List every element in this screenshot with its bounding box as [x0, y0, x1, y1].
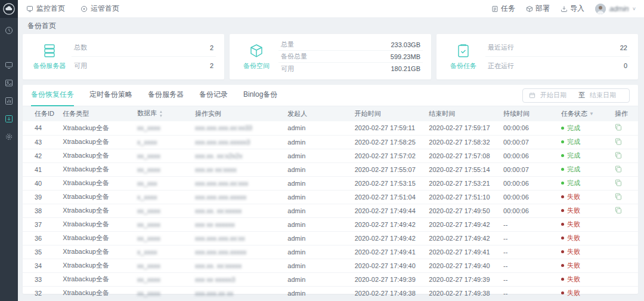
stat-label: 可用 [74, 62, 87, 70]
start-date-input[interactable]: 开始日期 [540, 91, 574, 100]
tab-backup-restore-tasks[interactable]: 备份恢复任务 [31, 85, 74, 106]
col-task-type: 任务类型 [59, 106, 134, 121]
status-badge: 失败 [561, 247, 580, 256]
cell-action [611, 286, 638, 300]
topnav-ops-home[interactable]: 运管首页 [80, 4, 119, 14]
cell-action [611, 259, 638, 272]
stat-label: 可用 [281, 64, 294, 73]
copy-log-icon[interactable] [615, 167, 622, 174]
user-menu[interactable]: admin ˅ [595, 4, 636, 14]
cell-start-time: 2020-02-27 17:57:02 [351, 149, 426, 162]
topbar-deploy-label: 部署 [535, 4, 550, 14]
copy-log-icon[interactable] [615, 125, 622, 132]
task-table-body: 44 Xtrabackup全备 xx_xxxx xxx.xxx.xxx.xx:x… [23, 121, 638, 300]
cell-start-time: 2020-02-27 17:59:11 [351, 121, 426, 135]
cell-action [611, 245, 638, 259]
cell-instance-redacted: xxx xx xxxxxx [191, 217, 284, 231]
col-status: 任务状态▼ [558, 106, 611, 121]
stat-label: 总量 [281, 40, 294, 49]
col-database-label: 数据库 [137, 109, 157, 116]
cell-end-time: 2020-02-27 17:49:42 [425, 217, 500, 231]
cell-start-time: 2020-02-27 17:49:41 [351, 245, 426, 259]
copy-log-icon[interactable] [615, 153, 622, 160]
sidebar-item-monitor[interactable] [0, 56, 18, 74]
cell-task-type: Xtrabackup全备 [59, 176, 134, 190]
status-text: 失败 [567, 275, 580, 284]
summary-cards: 备份服务器 总数 2 可用 2 备份空间 总量 233.03GB [23, 34, 638, 79]
status-text: 失败 [567, 247, 580, 256]
date-range-picker[interactable]: 开始日期 至 结束日期 [522, 88, 630, 103]
cell-end-time: 2020-02-27 17:55:14 [425, 162, 500, 176]
cell-status: 失败 [558, 259, 611, 272]
cell-status: 失败 [558, 245, 611, 259]
sidebar-item-dashboard[interactable] [0, 22, 18, 39]
cell-initiator: admin [284, 176, 351, 190]
filter-icon[interactable]: ▼ [589, 112, 594, 116]
cell-initiator: admin [284, 135, 351, 149]
card-backup-servers-label: 备份服务器 [33, 62, 66, 70]
sidebar-item-instances[interactable] [0, 74, 18, 92]
cell-end-time: 2020-02-27 17:49:40 [425, 259, 500, 272]
topnav-monitor-home[interactable]: 监控首页 [26, 4, 65, 14]
tab-backup-servers[interactable]: 备份服务器 [148, 85, 184, 106]
topbar-deploy-button[interactable]: 部署 [526, 4, 550, 14]
cell-end-time: 2020-02-27 17:49:38 [425, 286, 500, 300]
stat-value: 0 [624, 62, 627, 69]
table-row: 32 Xtrabackup全备 xx_xxxx xxx.xxx.xx xx ad… [23, 286, 638, 300]
date-range-separator: 至 [578, 91, 585, 100]
col-duration: 持续时间 [500, 106, 558, 121]
cell-database-redacted: x_xxxx [134, 245, 191, 259]
status-badge: 完成 [561, 137, 580, 146]
cell-initiator: admin [284, 272, 351, 286]
cell-duration: -- [500, 245, 558, 259]
stat-recent-runs: 最近运行 22 [485, 39, 630, 57]
status-text: 完成 [567, 151, 580, 160]
cell-start-time: 2020-02-27 17:49:42 [351, 217, 426, 231]
tab-backup-records[interactable]: 备份记录 [199, 85, 228, 106]
copy-log-icon[interactable] [615, 180, 622, 188]
cell-task-id: 32 [23, 286, 59, 300]
cell-database-redacted: xx_xxxx [134, 217, 191, 231]
sidebar-item-backup[interactable] [0, 110, 18, 128]
cell-duration: 00:00:06 [500, 149, 558, 162]
cell-task-id: 35 [23, 245, 59, 259]
status-text: 失败 [567, 288, 580, 297]
status-badge: 失败 [561, 288, 580, 297]
cell-status: 完成 [558, 121, 611, 135]
end-date-input[interactable]: 结束日期 [590, 91, 623, 100]
sidebar-item-reports[interactable] [0, 92, 18, 110]
cell-start-time: 2020-02-27 17:55:07 [351, 162, 426, 176]
copy-log-icon[interactable] [615, 208, 622, 215]
table-header-row: 任务ID 任务类型 数据库▲▼ 操作实例 发起人 开始时间 结束时间 持续时间 … [23, 106, 638, 121]
user-avatar-icon [595, 4, 606, 14]
tab-binlog-backup[interactable]: Binlog备份 [243, 85, 277, 106]
copy-log-icon[interactable] [615, 194, 622, 201]
cell-initiator: admin [284, 162, 351, 176]
cell-end-time: 2020-02-27 17:51:10 [425, 190, 500, 204]
cell-instance-redacted: xxx.xx. xx:xxxxx [191, 259, 284, 272]
sort-icon[interactable]: ▲▼ [159, 110, 163, 118]
cell-status: 失败 [558, 190, 611, 204]
cell-duration: -- [500, 217, 558, 231]
cell-database-redacted: xx_xxxx [134, 162, 191, 176]
status-text: 失败 [567, 220, 580, 229]
cell-instance-redacted: xxx.xx. xx:xxxxx [191, 204, 284, 217]
breadcrumb: 备份首页 [18, 18, 644, 34]
cell-database-redacted: xx_xxxx [134, 204, 191, 217]
cell-action [611, 231, 638, 245]
cell-action [611, 190, 638, 204]
tab-scheduled-backup-policies[interactable]: 定时备份策略 [89, 85, 132, 106]
topbar-import-button[interactable]: 导入 [561, 4, 584, 14]
sidebar-item-settings[interactable] [0, 128, 18, 146]
topbar-tasks-button[interactable]: 任务 [491, 4, 515, 14]
cell-start-time: 2020-02-27 17:49:39 [351, 272, 426, 286]
app-logo[interactable] [0, 0, 18, 18]
cell-start-time: 2020-02-27 17:58:25 [351, 135, 426, 149]
copy-log-icon[interactable] [615, 139, 622, 146]
cell-task-id: 39 [23, 190, 59, 204]
status-dot-icon [561, 209, 564, 212]
cell-duration: 00:00:06 [500, 121, 558, 135]
stat-total-servers: 总数 2 [72, 39, 216, 57]
stat-value: 22 [620, 44, 627, 51]
cell-status: 完成 [558, 149, 611, 162]
